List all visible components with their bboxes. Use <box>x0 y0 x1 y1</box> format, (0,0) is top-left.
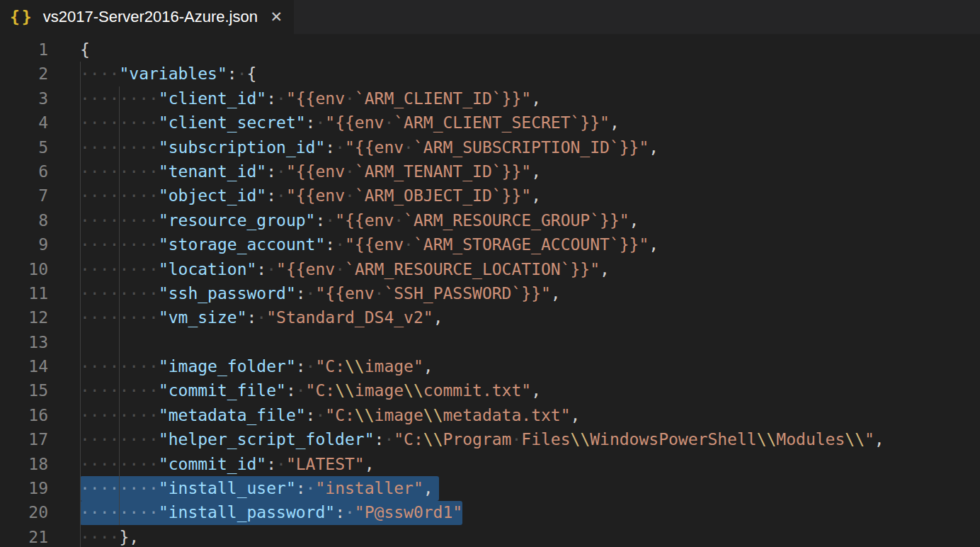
code-line[interactable]: 1{ <box>0 38 980 62</box>
line-number[interactable]: 10 <box>0 257 48 281</box>
line-number[interactable]: 11 <box>0 281 48 305</box>
code-text: ········"commit_file":·"C:\\image\\commi… <box>80 378 541 402</box>
code-line[interactable]: 20········"install_password":·"P@ssw0rd1… <box>0 500 980 524</box>
line-number[interactable]: 20 <box>0 500 48 524</box>
code-line[interactable]: 14········"image_folder":·"C:\\image", <box>0 354 980 378</box>
code-line[interactable]: 12········"vm_size":·"Standard_DS4_v2", <box>0 305 980 329</box>
code-text: ········"tenant_id":·"{{env·`ARM_TENANT_… <box>80 159 541 184</box>
code-text: ····"variables":·{ <box>80 62 256 86</box>
line-number[interactable]: 3 <box>0 86 48 111</box>
code-text: ········"client_secret":·"{{env·`ARM_CLI… <box>80 111 620 135</box>
code-text: ········"image_folder":·"C:\\image", <box>80 354 433 378</box>
code-text: ········"object_id":·"{{env·`ARM_OBJECT_… <box>80 184 541 208</box>
code-lines[interactable]: 1{2····"variables":·{3········"client_id… <box>0 38 980 547</box>
code-line[interactable]: 7········"object_id":·"{{env·`ARM_OBJECT… <box>0 184 980 208</box>
line-number[interactable]: 9 <box>0 232 48 256</box>
close-icon[interactable]: ✕ <box>270 9 283 26</box>
code-text: ········"install_user":·"installer", <box>80 476 433 500</box>
line-number[interactable]: 1 <box>0 38 48 62</box>
tab-bar: {} vs2017-Server2016-Azure.json ✕ <box>0 0 980 34</box>
line-number[interactable]: 7 <box>0 184 48 208</box>
code-text: ········"client_id":·"{{env·`ARM_CLIENT_… <box>80 86 541 111</box>
line-number[interactable]: 19 <box>0 476 48 500</box>
tab-vs2017-server2016-azure-json[interactable]: {} vs2017-Server2016-Azure.json ✕ <box>0 0 294 34</box>
code-text: ········"install_password":·"P@ssw0rd1" <box>80 500 462 524</box>
code-line[interactable]: 16········"metadata_file":·"C:\\image\\m… <box>0 403 980 427</box>
line-number[interactable]: 17 <box>0 427 48 451</box>
code-text: ········"commit_id":·"LATEST", <box>80 452 375 476</box>
code-text: ········"subscription_id":·"{{env·`ARM_S… <box>80 135 659 159</box>
code-line[interactable]: 3········"client_id":·"{{env·`ARM_CLIENT… <box>0 86 980 111</box>
code-line[interactable]: 18········"commit_id":·"LATEST", <box>0 452 980 476</box>
line-number[interactable]: 13 <box>0 330 48 354</box>
line-number[interactable]: 5 <box>0 135 48 159</box>
line-number[interactable]: 18 <box>0 452 48 476</box>
line-number[interactable]: 12 <box>0 305 48 329</box>
code-line[interactable]: 21····}, <box>0 525 980 547</box>
code-editor[interactable]: 1{2····"variables":·{3········"client_id… <box>0 34 980 547</box>
code-line[interactable]: 8········"resource_group":·"{{env·`ARM_R… <box>0 208 980 232</box>
code-text: ········"helper_script_folder":·"C:\\Pro… <box>80 427 884 451</box>
code-text: ········"storage_account":·"{{env·`ARM_S… <box>80 232 659 256</box>
code-line[interactable]: 2····"variables":·{ <box>0 62 980 86</box>
code-text: ········"location":·"{{env·`ARM_RESOURCE… <box>80 257 610 281</box>
code-text: ········"vm_size":·"Standard_DS4_v2", <box>80 305 443 329</box>
code-line[interactable]: 4········"client_secret":·"{{env·`ARM_CL… <box>0 111 980 135</box>
line-number[interactable]: 2 <box>0 62 48 86</box>
code-text: ········"metadata_file":·"C:\\image\\met… <box>80 403 580 427</box>
line-number[interactable]: 4 <box>0 111 48 135</box>
code-line[interactable]: 9········"storage_account":·"{{env·`ARM_… <box>0 232 980 256</box>
line-number[interactable]: 14 <box>0 354 48 378</box>
line-number[interactable]: 15 <box>0 378 48 402</box>
code-text: ········"resource_group":·"{{env·`ARM_RE… <box>80 208 639 232</box>
tab-title: vs2017-Server2016-Azure.json <box>43 8 258 26</box>
code-text: ········"ssh_password":·"{{env·`SSH_PASS… <box>80 281 561 305</box>
json-braces-icon: {} <box>10 8 34 26</box>
line-number[interactable]: 16 <box>0 403 48 427</box>
code-line[interactable]: 15········"commit_file":·"C:\\image\\com… <box>0 378 980 402</box>
code-line[interactable]: 11········"ssh_password":·"{{env·`SSH_PA… <box>0 281 980 305</box>
code-line[interactable]: 17········"helper_script_folder":·"C:\\P… <box>0 427 980 451</box>
line-number[interactable]: 8 <box>0 208 48 232</box>
code-line[interactable]: 10········"location":·"{{env·`ARM_RESOUR… <box>0 257 980 281</box>
code-line[interactable]: 13 <box>0 330 980 354</box>
line-number[interactable]: 6 <box>0 159 48 184</box>
line-number[interactable]: 21 <box>0 525 48 547</box>
code-line[interactable]: 5········"subscription_id":·"{{env·`ARM_… <box>0 135 980 159</box>
code-text: ····}, <box>80 525 139 547</box>
code-line[interactable]: 19········"install_user":·"installer", <box>0 476 980 500</box>
code-text: { <box>80 38 90 62</box>
code-line[interactable]: 6········"tenant_id":·"{{env·`ARM_TENANT… <box>0 159 980 184</box>
